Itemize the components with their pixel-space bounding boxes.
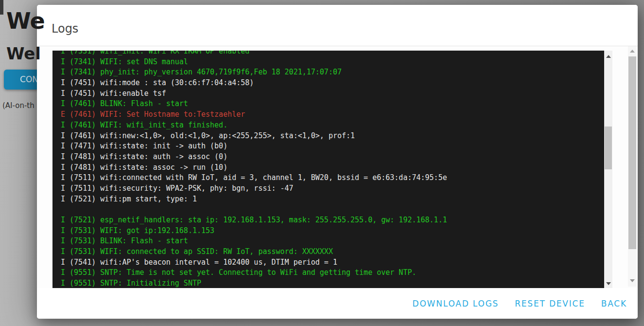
log-line: I (7541) wifi:AP's beacon interval = 102… bbox=[61, 257, 602, 268]
log-line: I (7531) WIFI: got ip:192.168.1.153 bbox=[61, 226, 602, 236]
log-line: I (9551) SNTP: Initializing SNTP bbox=[61, 278, 602, 288]
log-output[interactable]: I (7331) wifi_init: WiFi RX IRAM OP enab… bbox=[52, 51, 612, 288]
scroll-down-icon[interactable] bbox=[606, 282, 611, 285]
back-button[interactable]: BACK bbox=[601, 299, 627, 308]
log-line: I (7521) wifi:pm start, type: 1 bbox=[61, 194, 602, 205]
log-scrollbar-thumb[interactable] bbox=[605, 127, 612, 169]
log-line: I (7331) wifi_init: WiFi RX IRAM OP enab… bbox=[61, 51, 602, 57]
log-line: I (7531) WIFI: connected to ap SSID: RW … bbox=[61, 247, 602, 257]
scroll-up-icon[interactable] bbox=[606, 55, 611, 58]
dialog-scrollbar-thumb[interactable] bbox=[628, 56, 636, 249]
log-line: I (7481) wifi:state: assoc -> run (10) bbox=[61, 163, 602, 173]
log-line: E (7461) WIFI: Set Hostname to:Testzaehl… bbox=[61, 109, 602, 120]
log-line: I (7461) wifi:new:<1,0>, old:<1,0>, ap:<… bbox=[61, 131, 602, 142]
dialog-scroll-up-icon[interactable] bbox=[630, 50, 635, 53]
dialog-header: Logs bbox=[37, 5, 638, 46]
log-line: I (7531) BLINK: Flash - start bbox=[61, 236, 602, 247]
reset-device-button[interactable]: RESET DEVICE bbox=[515, 299, 585, 308]
page-subheading: Wel bbox=[6, 44, 41, 63]
log-line: I (7451) wifi:enable tsf bbox=[61, 89, 602, 99]
log-line: I (7341) phy_init: phy_version 4670,719f… bbox=[61, 67, 602, 78]
dialog-body: I (7331) wifi_init: WiFi RX IRAM OP enab… bbox=[37, 46, 638, 288]
log-line: I (9551) SNTP: Time is not set yet. Conn… bbox=[61, 268, 602, 278]
page-heading: We bbox=[6, 8, 45, 34]
log-line bbox=[61, 204, 602, 215]
log-line: I (7461) WIFI: wifi_init_sta finished. bbox=[61, 120, 602, 131]
log-line: I (7461) BLINK: Flash - start bbox=[61, 99, 602, 109]
log-scrollbar[interactable] bbox=[604, 51, 612, 288]
dialog-footer: DOWNLOAD LOGS RESET DEVICE BACK bbox=[37, 288, 638, 319]
logs-dialog: Logs I (7331) wifi_init: WiFi RX IRAM OP… bbox=[37, 5, 638, 319]
dialog-scroll-down-icon[interactable] bbox=[630, 279, 635, 282]
dialog-scrollbar[interactable] bbox=[628, 46, 637, 287]
download-logs-button[interactable]: DOWNLOAD LOGS bbox=[413, 299, 499, 308]
log-line: I (7471) wifi:state: init -> auth (b0) bbox=[61, 141, 602, 152]
page-caption: (AI-on-th bbox=[2, 101, 35, 110]
log-line: I (7511) wifi:security: WPA2-PSK, phy: b… bbox=[61, 183, 602, 194]
log-line: I (7341) WIFI: set DNS manual bbox=[61, 57, 602, 68]
log-line: I (7511) wifi:connected with RW IoT, aid… bbox=[61, 173, 602, 183]
page-edge-fragment bbox=[0, 0, 3, 15]
log-lines: I (7331) wifi_init: WiFi RX IRAM OP enab… bbox=[61, 51, 602, 288]
log-line: I (7481) wifi:state: auth -> assoc (0) bbox=[61, 152, 602, 163]
dialog-title: Logs bbox=[52, 22, 78, 36]
log-line: I (7451) wifi:mode : sta (30:c6:f7:04:a4… bbox=[61, 78, 602, 89]
log-line: I (7521) esp_netif_handlers: sta ip: 192… bbox=[61, 215, 602, 226]
